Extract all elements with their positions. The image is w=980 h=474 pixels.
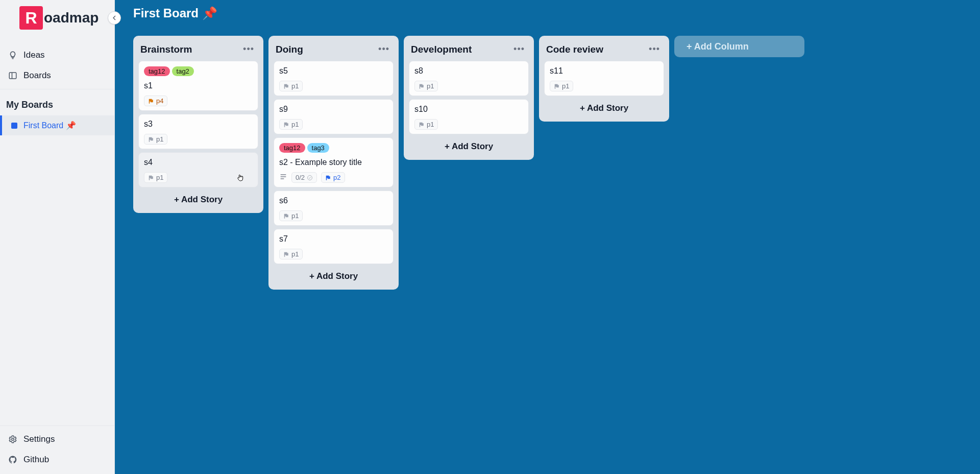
story-card[interactable]: s11 p1 bbox=[544, 61, 664, 96]
card-title: s8 bbox=[414, 66, 523, 76]
column-title[interactable]: Code review bbox=[546, 44, 603, 55]
add-story-button[interactable]: + Add Story bbox=[544, 96, 664, 116]
column-code-review: Code review ••• s11 p1 + Add Story bbox=[539, 36, 669, 122]
column-menu-button[interactable]: ••• bbox=[241, 43, 256, 56]
card-title: s1 bbox=[144, 81, 253, 90]
chevron-left-icon bbox=[110, 14, 118, 22]
story-card[interactable]: s6 p1 bbox=[274, 191, 394, 226]
card-meta: 0/2 p2 bbox=[279, 172, 388, 183]
story-card[interactable]: s3 p1 bbox=[138, 114, 258, 149]
column-title[interactable]: Brainstorm bbox=[140, 44, 192, 55]
story-card[interactable]: s5 p1 bbox=[274, 61, 394, 96]
story-card[interactable]: s4 p1 bbox=[138, 152, 258, 187]
sidebar: Roadmap Ideas Boards My Boards First Boa… bbox=[0, 0, 115, 474]
board-main: First Board 📌 Brainstorm ••• tag12tag2 s… bbox=[115, 0, 980, 474]
story-card[interactable]: tag12tag3 s2 - Example story title 0/2 p… bbox=[274, 137, 394, 187]
primary-nav: Ideas Boards bbox=[0, 45, 114, 86]
card-meta: p1 bbox=[144, 134, 253, 145]
card-tags: tag12tag2 bbox=[144, 66, 253, 76]
nav-item-boards[interactable]: Boards bbox=[0, 65, 114, 86]
divider bbox=[0, 89, 114, 89]
card-meta: p1 bbox=[279, 119, 388, 130]
priority-chip: p1 bbox=[279, 119, 303, 130]
card-meta: p1 bbox=[279, 249, 388, 259]
column-menu-button[interactable]: ••• bbox=[376, 43, 391, 56]
nav-item-settings[interactable]: Settings bbox=[0, 429, 114, 449]
tag[interactable]: tag12 bbox=[144, 66, 170, 76]
flag-icon bbox=[148, 98, 154, 104]
column-menu-button[interactable]: ••• bbox=[511, 43, 527, 56]
flag-icon bbox=[283, 122, 289, 128]
column-title[interactable]: Doing bbox=[276, 44, 303, 55]
card-title: s9 bbox=[279, 105, 388, 114]
column-title[interactable]: Development bbox=[411, 44, 472, 55]
tag[interactable]: tag2 bbox=[172, 66, 194, 76]
column-cards: s11 p1 bbox=[544, 61, 664, 96]
column-development: Development ••• s8 p1 s10 p1 + Add Story bbox=[404, 36, 534, 160]
my-boards-heading: My Boards bbox=[0, 92, 114, 115]
card-meta: p1 bbox=[144, 172, 253, 183]
flag-icon bbox=[283, 83, 289, 89]
boards-icon bbox=[8, 71, 17, 80]
column-brainstorm: Brainstorm ••• tag12tag2 s1 p4 s3 p1 s4 … bbox=[133, 36, 263, 213]
card-title: s2 - Example story title bbox=[279, 158, 388, 167]
card-title: s3 bbox=[144, 120, 253, 129]
flag-icon bbox=[419, 83, 425, 89]
story-card[interactable]: s10 p1 bbox=[409, 99, 529, 134]
github-icon bbox=[8, 455, 17, 464]
priority-chip: p1 bbox=[550, 81, 573, 91]
board-icon bbox=[10, 122, 18, 130]
divider bbox=[0, 425, 114, 426]
flag-icon bbox=[419, 122, 425, 128]
logo-text: oadmap bbox=[44, 10, 99, 26]
card-title: s11 bbox=[550, 66, 658, 76]
priority-chip: p4 bbox=[144, 96, 167, 106]
flag-icon bbox=[283, 213, 289, 219]
card-meta: p1 bbox=[279, 81, 388, 91]
card-title: s4 bbox=[144, 158, 253, 167]
column-menu-button[interactable]: ••• bbox=[647, 43, 662, 56]
tag[interactable]: tag3 bbox=[307, 143, 329, 153]
priority-chip: p1 bbox=[279, 81, 303, 91]
column-doing: Doing ••• s5 p1 s9 p1 tag12tag3 s2 - Exa… bbox=[268, 36, 399, 290]
svg-point-7 bbox=[308, 175, 312, 180]
sidebar-board-label: First Board 📌 bbox=[23, 121, 76, 130]
priority-chip: p1 bbox=[144, 134, 167, 145]
column-cards: s5 p1 s9 p1 tag12tag3 s2 - Example story… bbox=[274, 61, 394, 264]
column-header: Development ••• bbox=[409, 41, 529, 61]
nav-item-label: Github bbox=[23, 455, 49, 465]
card-title: s5 bbox=[279, 66, 388, 76]
add-story-button[interactable]: + Add Story bbox=[274, 264, 394, 285]
story-card[interactable]: tag12tag2 s1 p4 bbox=[138, 61, 258, 111]
story-card[interactable]: s8 p1 bbox=[409, 61, 529, 96]
add-story-button[interactable]: + Add Story bbox=[409, 134, 529, 155]
add-story-button[interactable]: + Add Story bbox=[138, 187, 258, 208]
nav-item-ideas[interactable]: Ideas bbox=[0, 45, 114, 65]
flag-icon bbox=[148, 175, 154, 181]
priority-chip: p1 bbox=[414, 119, 438, 130]
card-meta: p4 bbox=[144, 96, 253, 106]
add-column-button[interactable]: + Add Column bbox=[674, 36, 804, 57]
story-card[interactable]: s7 p1 bbox=[274, 229, 394, 264]
sidebar-board-first-board[interactable]: First Board 📌 bbox=[0, 115, 114, 135]
svg-point-3 bbox=[12, 438, 14, 441]
collapse-sidebar-button[interactable] bbox=[108, 11, 121, 25]
lightbulb-icon bbox=[8, 51, 17, 60]
story-card[interactable]: s9 p1 bbox=[274, 99, 394, 134]
tag[interactable]: tag12 bbox=[279, 143, 305, 153]
priority-chip: p1 bbox=[279, 210, 303, 221]
nav-item-label: Boards bbox=[23, 70, 51, 81]
check-circle-icon bbox=[307, 175, 313, 181]
card-meta: p1 bbox=[550, 81, 658, 91]
svg-rect-2 bbox=[12, 123, 17, 128]
sidebar-bottom: Settings Github bbox=[0, 422, 114, 470]
nav-item-github[interactable]: Github bbox=[0, 449, 114, 470]
board-columns: Brainstorm ••• tag12tag2 s1 p4 s3 p1 s4 … bbox=[115, 23, 980, 474]
column-header: Code review ••• bbox=[544, 41, 664, 61]
card-meta: p1 bbox=[279, 210, 388, 221]
card-title: s6 bbox=[279, 196, 388, 205]
card-title: s7 bbox=[279, 234, 388, 244]
tasks-chip: 0/2 bbox=[291, 172, 317, 183]
board-title[interactable]: First Board 📌 bbox=[133, 6, 217, 20]
card-tags: tag12tag3 bbox=[279, 143, 388, 153]
